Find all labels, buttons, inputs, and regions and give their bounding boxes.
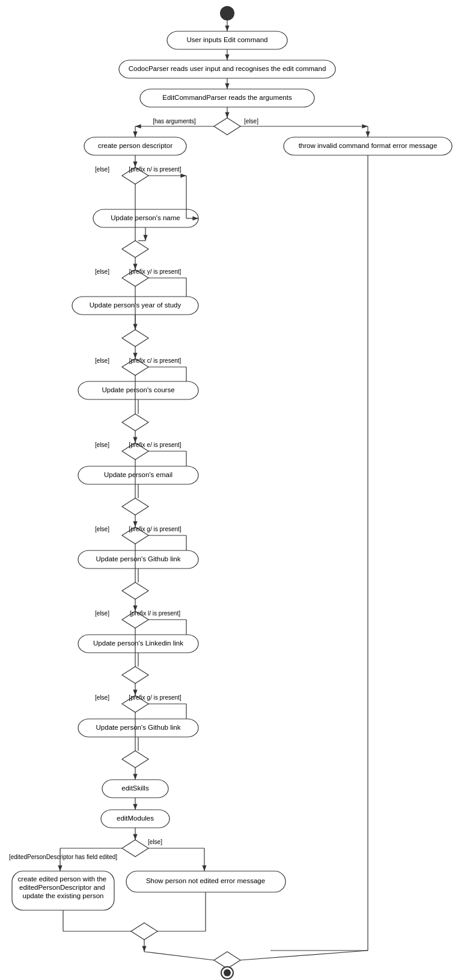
label-edited-field: [editedPersonDescriptor has field edited… (9, 854, 117, 860)
label-show-not-edited: Show person not edited error message (146, 877, 265, 884)
label-update-github: Update person's Github link (96, 555, 181, 562)
label-edit-cmd-parser: EditCommandParser reads the arguments (162, 94, 292, 101)
label-update-email: Update person's email (104, 471, 173, 478)
diamond-merge-e (122, 498, 148, 515)
line-left-to-final (144, 952, 214, 960)
label-update-github2: Update person's Github link (96, 724, 181, 731)
label-prefix-l: [prefix l/ is present] (130, 610, 180, 617)
diamond-merge-l (122, 667, 148, 683)
label-else-c: [else] (95, 357, 109, 364)
diamond-field-edited (122, 840, 148, 857)
label-prefix-c: [prefix c/ is present] (129, 357, 182, 364)
label-else-g2: [else] (95, 694, 109, 701)
diamond-merge-y (122, 330, 148, 347)
diamond-merge-n (122, 241, 148, 257)
diamond-has-arguments (214, 118, 240, 135)
diamond-merge-c (122, 414, 148, 431)
end-inner (224, 969, 231, 976)
label-update-linkedin: Update person's Linkedin link (93, 639, 183, 647)
label-update-name: Update person's name (111, 214, 180, 221)
label-edit-modules: editModules (117, 815, 154, 822)
line-right-to-final (240, 951, 368, 960)
label-throw-invalid: throw invalid command format error messa… (299, 142, 438, 149)
label-else-field: [else] (148, 839, 162, 845)
diamond-final-merge-left (131, 923, 157, 940)
label-prefix-y: [prefix y/ is present] (129, 268, 182, 275)
label-else-g: [else] (95, 526, 109, 532)
label-else-y: [else] (95, 268, 109, 275)
label-prefix-g: [prefix g/ is present] (129, 526, 181, 532)
diamond-merge-g2 (122, 751, 148, 768)
label-prefix-e: [prefix e/ is present] (129, 442, 181, 448)
label-create-edited-person: create edited person with the editedPers… (18, 875, 109, 899)
label-edit-skills: editSkills (121, 784, 149, 792)
label-prefix-g2: [prefix g/ is present] (129, 694, 181, 701)
label-else-l: [else] (95, 610, 109, 617)
start-node (220, 6, 234, 20)
label-else-e: [else] (95, 442, 109, 448)
label-user-input: User inputs Edit command (187, 36, 268, 43)
diagram-container: User inputs Edit command CodocParser rea… (0, 0, 455, 980)
label-else-n: [else] (95, 166, 109, 173)
label-else-right: [else] (244, 118, 258, 125)
label-has-arguments: [has arguments] (153, 118, 196, 125)
label-prefix-n: [prefix n/ is present] (129, 166, 181, 173)
diamond-merge-g (122, 582, 148, 599)
label-update-course: Update person's course (102, 386, 174, 393)
label-create-person-descriptor: create person descriptor (98, 142, 173, 149)
diamond-final-merge (214, 952, 240, 969)
label-codoc-parser: CodocParser reads user input and recogni… (129, 65, 326, 72)
